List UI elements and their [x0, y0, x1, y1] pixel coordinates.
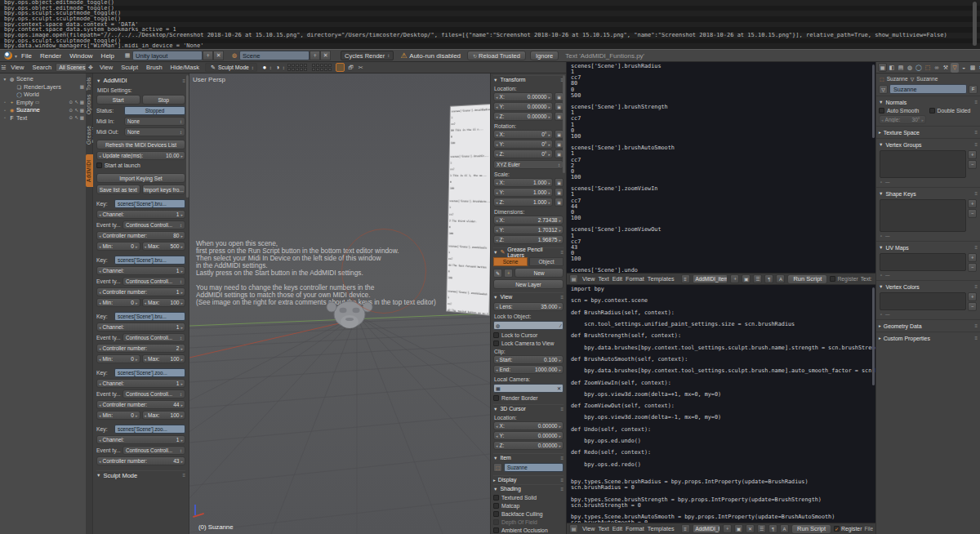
fake-user-button[interactable]: F: [969, 85, 978, 94]
visibility-eye-icon[interactable]: ⊙: [69, 100, 74, 105]
max-field[interactable]: ◂Max:500▸: [142, 242, 186, 251]
outliner-item-world[interactable]: ◯World: [0, 91, 86, 99]
delete-scene-button[interactable]: ✕: [320, 51, 331, 60]
key-path-field[interactable]: scenes['Scene'].bru...: [114, 199, 185, 208]
sculpt-mode-panel-header[interactable]: ▼Sculpt Mode≡: [96, 470, 185, 479]
increment-arrow-icon[interactable]: ▸: [548, 95, 550, 100]
viewport-shading-icon[interactable]: ●: [261, 64, 269, 71]
constraints-icon[interactable]: ∞: [933, 63, 941, 73]
disclosure-icon[interactable]: ▸: [879, 323, 881, 328]
layer-cell[interactable]: [312, 68, 315, 71]
word-wrap-icon[interactable]: ¶: [764, 274, 773, 283]
channel-field[interactable]: ◂Channel:1▸: [96, 210, 185, 219]
word-wrap-icon[interactable]: ¶: [768, 524, 777, 533]
delete-layout-button[interactable]: ✕: [213, 51, 224, 60]
controller-number-field[interactable]: ◂Controller number:44▸: [96, 400, 185, 409]
render-border-row[interactable]: Render Border: [493, 395, 564, 401]
shading-panel-header[interactable]: ▼Shading≡: [493, 484, 564, 492]
axis-field[interactable]: ◂Y:1.70312▸: [493, 225, 564, 234]
gp-tab-scene[interactable]: Scene: [493, 257, 528, 266]
controller-number-field[interactable]: ◂Controller number:80▸: [96, 231, 185, 240]
checkbox[interactable]: [493, 395, 499, 401]
gp-add-icon[interactable]: ＋: [504, 269, 513, 278]
filter-icon[interactable]: ▫: [880, 180, 882, 185]
mesh-name-field[interactable]: Suzanne: [889, 84, 967, 94]
menu-text[interactable]: Text: [596, 525, 610, 532]
grease-pencil-panel-header[interactable]: ▼✎Grease Pencil Layers≡: [493, 247, 564, 256]
panel-header[interactable]: ▼Normals≡: [879, 98, 978, 106]
add-layout-button[interactable]: ＋: [203, 51, 213, 60]
controller-number-field[interactable]: ◂Controller number:2▸: [96, 344, 185, 353]
key-path-field[interactable]: scenes['Scene'].bru...: [114, 256, 185, 265]
checkbox-row[interactable]: Textured Solid: [493, 495, 564, 501]
axis-field[interactable]: ◂X:0.00000▸: [493, 92, 553, 101]
controller-number-field[interactable]: ◂Controller number:43▸: [96, 456, 185, 465]
layer-cell[interactable]: [304, 64, 307, 67]
run-script-button[interactable]: Run Script: [791, 524, 831, 534]
add-item-button[interactable]: ＋: [968, 199, 977, 208]
gp-new-button[interactable]: New: [514, 268, 564, 278]
increment-arrow-icon[interactable]: ▸: [559, 218, 561, 223]
checkbox[interactable]: [830, 276, 835, 282]
layer-cell[interactable]: [324, 64, 327, 67]
checkbox[interactable]: [493, 340, 499, 346]
breadcrumb-object[interactable]: Suzanne: [887, 76, 908, 82]
checkbox[interactable]: [493, 332, 499, 338]
syntax-highlight-icon[interactable]: A: [780, 524, 789, 533]
remove-item-button[interactable]: －: [968, 302, 977, 311]
mode-select[interactable]: ✎Sculpt Mode↕: [205, 63, 257, 72]
texture-icon[interactable]: ▩: [969, 63, 977, 73]
pivot-center-icon[interactable]: ◑: [274, 64, 282, 71]
event-type-select[interactable]: Continous Controll...↕: [122, 220, 185, 229]
increment-arrow-icon[interactable]: ▸: [548, 180, 550, 185]
expand-icon[interactable]: ◦: [2, 108, 7, 113]
layer-cell[interactable]: [316, 68, 319, 71]
axis-field[interactable]: ◂Y:0.00000▸: [493, 102, 553, 111]
checkbox[interactable]: [493, 495, 499, 501]
eyedropper-icon[interactable]: ∕: [560, 323, 561, 328]
layer-cell[interactable]: [328, 68, 332, 71]
disclosure-icon[interactable]: ▸: [879, 336, 881, 340]
menu-view[interactable]: View: [581, 525, 596, 532]
menu-window[interactable]: Window: [65, 52, 96, 60]
import-keying-set-button[interactable]: Import Keying Set: [96, 173, 185, 183]
add-item-button[interactable]: ＋: [968, 253, 977, 262]
increment-arrow-icon[interactable]: ▸: [548, 132, 550, 137]
auto-smooth-row[interactable]: Auto Smooth: [879, 108, 928, 113]
increment-arrow-icon[interactable]: ▸: [559, 434, 561, 438]
ignore-button[interactable]: Ignore: [530, 51, 559, 60]
remove-item-button[interactable]: －: [968, 263, 977, 272]
scene-icon[interactable]: ◍: [906, 63, 914, 73]
layer-cell[interactable]: [316, 64, 319, 67]
console-scrollbar[interactable]: [973, 2, 977, 46]
checkbox-row[interactable]: Ambient Occlusion: [493, 527, 564, 533]
list-box[interactable]: [880, 150, 966, 178]
render-ogl-icon[interactable]: ✂: [357, 65, 365, 71]
outliner-editor-icon[interactable]: ☱: [1, 65, 6, 71]
unlink-text-icon[interactable]: ✕: [746, 524, 755, 533]
outliner-item-suzanne[interactable]: ◦◉Suzanne⊙↖▦: [0, 106, 86, 114]
checkbox[interactable]: [493, 511, 499, 517]
channel-field[interactable]: ◂Channel:1▸: [96, 379, 185, 388]
event-type-select[interactable]: Continous Controll...↕: [122, 277, 185, 286]
text-content[interactable]: import bpy scn = bpy.context.scene def B…: [567, 285, 875, 523]
increment-arrow-icon[interactable]: ▸: [559, 228, 561, 233]
viewport-3d[interactable]: User Persp When you open this scene,firs…: [189, 73, 490, 534]
checkbox[interactable]: [493, 503, 499, 509]
min-field[interactable]: ◂Min:0▸: [96, 354, 140, 363]
lock-icon[interactable]: ▣: [555, 178, 564, 187]
layer-cell[interactable]: [296, 68, 299, 71]
visibility-eye-icon[interactable]: ⊙: [69, 108, 74, 113]
key-path-field[interactable]: scenes['Scene'].bru...: [114, 312, 185, 321]
scene-field[interactable]: Scene: [239, 51, 310, 60]
lock-icon[interactable]: ▣: [555, 198, 564, 207]
panel-header[interactable]: ▸Custom Properties≡: [879, 334, 978, 342]
panel-header[interactable]: ▸Texture Space≡: [879, 128, 978, 136]
expand-icon[interactable]: ◦: [2, 115, 7, 120]
text-editor-icon[interactable]: ▤: [569, 274, 578, 283]
start-at-launch-row[interactable]: Start at launch: [96, 162, 185, 168]
lock-to-cursor-row[interactable]: Lock to Cursor: [493, 332, 564, 338]
layer-cell[interactable]: [312, 64, 315, 67]
menu-sculpt[interactable]: Sculpt: [117, 64, 142, 71]
list-box[interactable]: [880, 199, 966, 232]
